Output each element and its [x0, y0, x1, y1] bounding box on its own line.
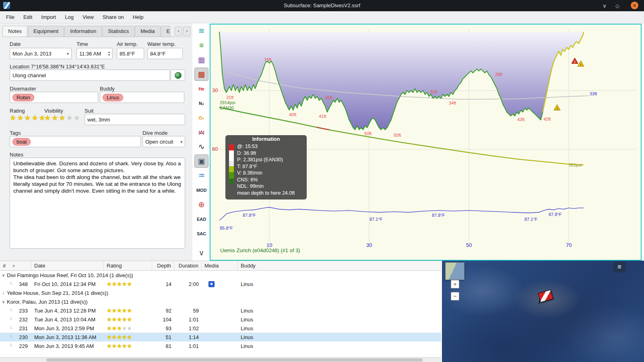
close-button[interactable]: ×	[631, 2, 638, 9]
map-globe-button[interactable]	[171, 70, 185, 81]
profile-annotation: 43ft	[517, 117, 524, 122]
visibility-stars[interactable]: ★★★★★	[44, 114, 81, 121]
tags-field[interactable]: boat	[10, 136, 141, 147]
media-photo-icon[interactable]	[208, 281, 215, 287]
expand-icon[interactable]: ›	[0, 290, 7, 295]
tank-bar-icon[interactable]: ♒	[194, 169, 208, 182]
col-header-rating[interactable]: Rating	[104, 261, 152, 270]
oxygen-pp-icon[interactable]: O₂	[194, 111, 208, 124]
trip-row[interactable]: ∨Koror, Palau, Jun 2013 (11 dive(s))	[0, 297, 441, 306]
zoom-out-button[interactable]: −	[451, 292, 459, 300]
menu-share-on[interactable]: Share on	[98, 12, 128, 22]
ead-icon[interactable]: EAD	[194, 212, 208, 226]
heart-rate-icon[interactable]: ∿	[194, 140, 208, 153]
info-line: T: 87.8°F	[237, 163, 295, 170]
mod-icon[interactable]: MOD	[194, 183, 208, 197]
dive-flag-marker[interactable]	[538, 291, 554, 305]
col-header-duration[interactable]: Duration	[174, 261, 202, 270]
water-temp-value: 84.8°F	[150, 51, 165, 57]
depth-axis-label: 30	[212, 87, 218, 93]
menu-import[interactable]: Import	[37, 12, 60, 22]
air-temp-field[interactable]: 85.8°F	[117, 48, 144, 59]
dive-row[interactable]: └230Mon Jun 3, 2013 11:36 AM★★★★★511:14L…	[0, 333, 441, 341]
collapse-icon[interactable]: ∨	[0, 299, 7, 304]
menu-file[interactable]: File	[2, 12, 19, 22]
calculated-ceiling-icon[interactable]: ▩	[194, 68, 208, 81]
tab-e[interactable]: E	[161, 26, 171, 37]
buddy-field[interactable]: Linus	[100, 92, 184, 103]
dive-row[interactable]: └229Mon Jun 3, 2013 9:45 AM★★★★★811:01Li…	[0, 341, 441, 350]
menu-log[interactable]: Log	[60, 12, 78, 22]
dive-row[interactable]: └232Tue Jun 4, 2013 10:04 AM★★★★★1041:01…	[0, 315, 441, 324]
trip-row[interactable]: ∨Divi Flamingo House Reef, Fri Oct 10, 2…	[0, 271, 441, 280]
scrollbar-handle[interactable]	[46, 358, 423, 362]
time-input[interactable]: 11:36 AM ▴▾	[76, 48, 113, 59]
zoom-in-button[interactable]: +	[451, 280, 459, 288]
dive-site-map[interactable]: + − ≡	[442, 261, 644, 362]
tab-notes[interactable]: Notes	[2, 26, 27, 37]
tab-equipment[interactable]: Equipment	[28, 26, 64, 37]
trip-label: Yellow House, Sun Sep 21, 2014 (1 dive(s…	[7, 290, 108, 296]
dc-ceiling-icon[interactable]: ⊕	[194, 198, 208, 211]
dive-buddy: Linus	[238, 280, 441, 288]
col-header-depth[interactable]: Depth	[152, 261, 174, 270]
notes-textarea[interactable]: Unbelievable dive. Dozens and dozens of …	[10, 158, 185, 249]
divemaster-tag[interactable]: Robin	[12, 94, 34, 101]
maximize-button[interactable]: ◇	[613, 0, 622, 11]
rating-stars[interactable]: ★★★★★	[10, 114, 46, 121]
collapse-icon[interactable]: ∨	[0, 273, 7, 278]
nitrogen-pp-icon[interactable]: N₂	[194, 97, 208, 110]
menu-help[interactable]: Help	[128, 12, 148, 22]
tag-boat[interactable]: boat	[12, 138, 31, 146]
dive-date: Mon Jun 3, 2013 9:45 AM	[31, 341, 104, 350]
profile-toolbar: ≋≡▦▩HeN₂O₂|Δ|∿▣♒MOD⊕EADSAC∨	[193, 24, 210, 260]
col-header-date[interactable]: Date	[31, 261, 104, 270]
dive-mode-select[interactable]: Open circuit ▾	[142, 136, 185, 147]
photos-icon[interactable]: ▣	[194, 154, 208, 168]
location-input[interactable]: Ulong channel	[10, 70, 170, 81]
diver-profile-icon[interactable]: ≋	[194, 24, 208, 37]
dive-media	[202, 333, 238, 341]
star-icon: ★	[127, 325, 132, 331]
buddy-tag[interactable]: Linus	[103, 94, 123, 101]
horizontal-scrollbar[interactable]	[0, 357, 441, 362]
trip-row[interactable]: ›Yellow House, Sun Sep 21, 2014 (1 dive(…	[0, 288, 441, 297]
star-icon: ★	[52, 114, 59, 122]
chevron-down-icon: ▾	[67, 51, 69, 56]
water-temp-field[interactable]: 84.8°F	[147, 48, 183, 59]
dive-profile-panel[interactable]: 31ft2914psiEAN3015ft40ft35ft41ft50ft50ft…	[210, 24, 642, 261]
col-header-buddy[interactable]: Buddy	[238, 261, 441, 270]
tab-information[interactable]: Information	[64, 26, 102, 37]
time-spinner[interactable]: ▴▾	[108, 51, 110, 56]
tab-statistics[interactable]: Statistics	[102, 26, 134, 37]
gas-delta-icon[interactable]: |Δ|	[194, 125, 208, 139]
toolbar-scroll-down-icon[interactable]: ∨	[194, 246, 208, 259]
dive-row[interactable]: └233Tue Jun 4, 2013 12:28 PM★★★★★9259Lin…	[0, 306, 441, 315]
divemaster-field[interactable]: Robin	[10, 92, 98, 103]
ceiling-icon[interactable]: ▦	[194, 53, 208, 66]
col-header-num[interactable]: #∧	[0, 261, 31, 270]
dive-row[interactable]: └348Fri Oct 10, 2014 12:34 PM★★★★★142:00…	[0, 280, 441, 288]
map-menu-button[interactable]: ≡	[613, 262, 625, 272]
helium-pp-icon[interactable]: He	[194, 82, 208, 95]
date-select[interactable]: Mon Jun 3, 2013 ▾	[10, 48, 72, 59]
spin-down-icon[interactable]: ▾	[108, 53, 110, 56]
tab-scroll-right-button[interactable]: ›	[183, 27, 191, 35]
menu-edit[interactable]: Edit	[19, 12, 37, 22]
overview-minimap[interactable]	[445, 262, 464, 280]
minimize-button[interactable]: ∨	[600, 0, 609, 11]
star-icon: ★	[107, 325, 112, 331]
menu-view[interactable]: View	[78, 12, 98, 22]
tissues-icon[interactable]: ≡	[194, 39, 208, 52]
tab-scroll-left-button[interactable]: ‹	[175, 27, 182, 35]
star-icon: ★	[112, 334, 117, 340]
dive-row[interactable]: └231Mon Jun 3, 2013 2:59 PM★★★★★931:02Li…	[0, 324, 441, 333]
star-icon: ★	[122, 307, 127, 314]
col-header-media[interactable]: Media	[202, 261, 238, 270]
star-icon: ★	[112, 316, 117, 323]
sac-icon[interactable]: SAC	[194, 227, 208, 240]
star-icon: ★	[117, 334, 122, 340]
tab-media[interactable]: Media	[135, 26, 160, 37]
suit-field[interactable]: wet, 3mm	[85, 114, 185, 125]
dive-number-cell: └232	[0, 315, 31, 324]
